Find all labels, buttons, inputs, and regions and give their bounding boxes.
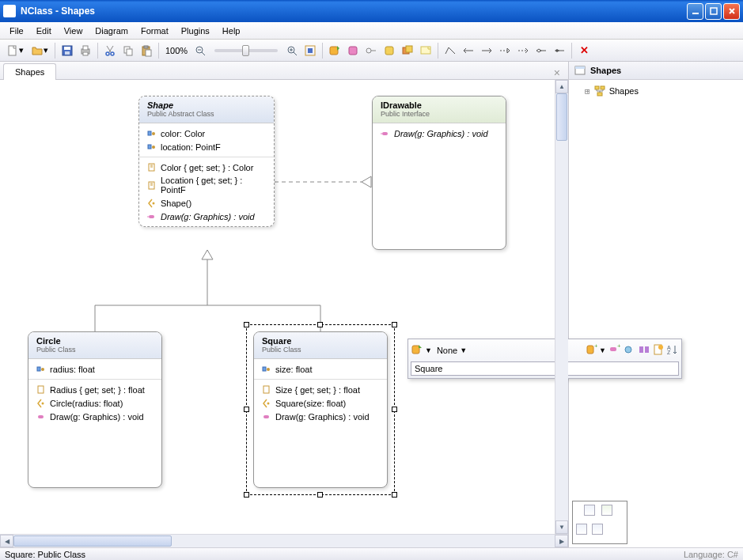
uml-class-circle[interactable]: Circle Public Class radius: float Radius… — [28, 331, 162, 488]
svg-rect-79 — [595, 86, 599, 89]
zoom-out-button[interactable] — [191, 42, 209, 59]
horizontal-scrollbar[interactable]: ◀ ▶ — [0, 534, 568, 547]
svg-rect-17 — [146, 50, 151, 56]
props-button[interactable] — [652, 343, 665, 358]
class-name-input[interactable] — [411, 361, 679, 376]
svg-point-52 — [153, 202, 155, 205]
method-icon — [146, 211, 157, 221]
uml-interface-idrawable[interactable]: IDrawable Public Interface Draw(g: Graph… — [372, 96, 506, 250]
sort-icon: AZ — [666, 343, 679, 356]
class-stereotype: Public Class — [36, 346, 154, 354]
menu-edit[interactable]: Edit — [30, 24, 58, 38]
diagram-canvas[interactable]: Shape Public Abstract Class color: Color… — [0, 80, 555, 534]
svg-rect-16 — [144, 46, 148, 48]
tab-shapes[interactable]: Shapes — [3, 63, 56, 80]
sort-button[interactable]: AZ — [666, 343, 679, 358]
class-stereotype: Public Class — [262, 346, 379, 354]
add-field-button[interactable]: + — [585, 343, 597, 358]
field-icon — [36, 364, 46, 374]
maximize-button[interactable] — [705, 3, 722, 20]
svg-rect-27 — [330, 47, 338, 55]
new-comment-button[interactable] — [417, 42, 434, 59]
svg-rect-34 — [421, 47, 430, 54]
menu-help[interactable]: Help — [216, 24, 247, 38]
minimize-button[interactable] — [687, 3, 703, 20]
tree-expand-icon[interactable]: ⊞ — [585, 86, 590, 96]
new-delegate-button[interactable] — [399, 42, 416, 59]
delegate-icon — [401, 44, 414, 57]
tree-item-shapes[interactable]: ⊞ Shapes — [574, 83, 738, 99]
mini-preview[interactable] — [572, 501, 627, 544]
cut-button[interactable] — [101, 42, 119, 59]
add-member-button[interactable] — [411, 343, 423, 358]
svg-line-22 — [294, 52, 297, 55]
svg-point-49 — [152, 146, 155, 149]
menu-diagram[interactable]: Diagram — [89, 24, 135, 38]
new-struct-button[interactable] — [344, 42, 362, 59]
generalize-button[interactable] — [478, 42, 495, 59]
svg-rect-14 — [127, 49, 132, 55]
svg-rect-46 — [148, 131, 151, 135]
delete-button[interactable]: ✕ — [575, 42, 593, 59]
svg-rect-65 — [412, 346, 419, 354]
scroll-thumb[interactable] — [13, 535, 172, 547]
class-title: Shape — [147, 100, 266, 110]
paste-button[interactable] — [138, 42, 155, 59]
svg-text:+: + — [617, 343, 620, 350]
scroll-right-button[interactable]: ▶ — [555, 535, 568, 547]
status-text: Square: Public Class — [5, 550, 85, 559]
app-icon — [3, 5, 16, 17]
close-button[interactable] — [723, 3, 740, 20]
menubar: File Edit View Diagram Format Plugins He… — [0, 22, 743, 40]
svg-point-58 — [42, 403, 44, 405]
open-button[interactable]: ▾ — [28, 42, 51, 59]
add-method-button[interactable]: + — [608, 343, 620, 358]
realize-button[interactable] — [496, 42, 514, 59]
dependency-button[interactable] — [514, 42, 532, 59]
menu-plugins[interactable]: Plugins — [175, 24, 216, 38]
new-interface-button[interactable] — [362, 42, 380, 59]
save-button[interactable] — [59, 42, 76, 59]
zoom-in-button[interactable] — [283, 42, 301, 59]
vertical-scrollbar[interactable]: ▲ ▼ — [555, 80, 568, 534]
diamond-open-icon — [535, 44, 548, 57]
add-prop-button[interactable] — [622, 343, 635, 358]
svg-point-74 — [658, 345, 663, 350]
new-button[interactable]: ▾ — [3, 42, 27, 59]
menu-format[interactable]: Format — [135, 24, 175, 38]
class-stereotype: Public Abstract Class — [147, 110, 266, 118]
scroll-down-button[interactable]: ▼ — [555, 520, 568, 534]
print-button[interactable] — [77, 42, 94, 59]
comment-icon — [419, 44, 432, 57]
panel-title: Shapes — [590, 66, 621, 75]
new-class-button[interactable] — [326, 42, 343, 59]
svg-rect-26 — [308, 48, 313, 53]
composition-button[interactable] — [551, 42, 568, 59]
uml-class-square[interactable]: Square Public Class size: float Size { g… — [253, 331, 388, 488]
svg-point-63 — [267, 403, 270, 405]
scroll-left-button[interactable]: ◀ — [0, 535, 13, 547]
new-enum-button[interactable] — [381, 42, 398, 59]
tab-close-button[interactable]: × — [549, 66, 565, 79]
direct-assoc-button[interactable] — [460, 42, 477, 59]
access-dropdown[interactable]: None ▼ — [434, 346, 470, 355]
ctor-icon — [36, 398, 46, 408]
method-icon — [261, 411, 271, 422]
scroll-thumb[interactable] — [556, 93, 567, 141]
method-icon — [380, 128, 390, 138]
class-editor-popup[interactable]: ▼ None ▼ + ▼ + AZ — [408, 339, 682, 379]
menu-file[interactable]: File — [3, 24, 30, 38]
uml-class-shape[interactable]: Shape Public Abstract Class color: Color… — [138, 96, 275, 227]
members-button[interactable] — [638, 343, 650, 358]
zoom-slider[interactable] — [214, 49, 278, 52]
menu-view[interactable]: View — [58, 24, 89, 38]
assoc-button[interactable] — [442, 42, 459, 59]
svg-point-61 — [267, 368, 270, 371]
aggregation-button[interactable] — [533, 42, 550, 59]
copy-button[interactable] — [119, 42, 137, 59]
diagram-icon — [593, 85, 606, 97]
svg-rect-68 — [610, 347, 616, 351]
scroll-up-button[interactable]: ▲ — [555, 80, 568, 93]
svg-rect-4 — [9, 46, 16, 55]
autosize-button[interactable] — [301, 42, 319, 59]
